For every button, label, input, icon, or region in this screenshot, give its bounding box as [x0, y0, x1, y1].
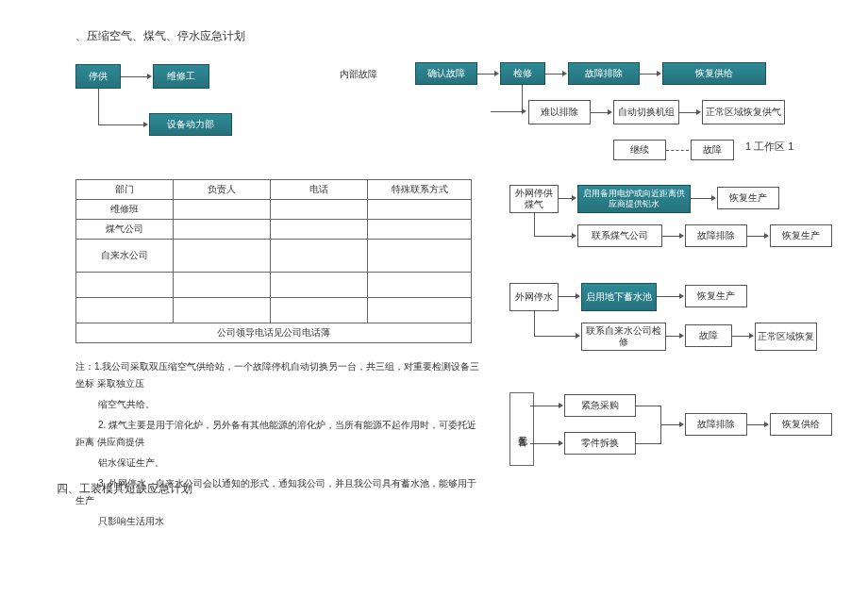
box-confirm-fault: 确认故障: [415, 62, 477, 85]
box-supply-stop: 停供: [75, 64, 121, 89]
box-fault: 故障: [691, 140, 734, 160]
conn: [530, 406, 559, 406]
conn: [534, 311, 535, 336]
conn: [98, 89, 99, 124]
contact-table: 部门 负责人 电话 特殊联系方式 维修班 煤气公司 自来水公司 公司领导电话见公…: [75, 179, 472, 343]
table-row: 自来水公司: [76, 240, 472, 273]
table-row: 部门 负责人 电话 特殊联系方式: [76, 180, 472, 200]
conn-dash: [666, 150, 689, 152]
notes-block: 注：1.我公司采取双压缩空气供给站，一个故障停机自动切换另一台，共三组，对重要检…: [75, 358, 481, 534]
conn: [636, 443, 660, 444]
conn: [522, 85, 523, 111]
th-phone: 电话: [271, 180, 368, 200]
arrow-icon: [711, 195, 716, 201]
conn: [545, 74, 562, 75]
arrow-icon: [679, 293, 684, 299]
conn: [121, 76, 147, 77]
box-emergency-buy: 紧急采购: [564, 394, 636, 417]
note-2b: 铝水保证生产。: [75, 455, 481, 472]
note-3b: 只影响生活用水: [75, 513, 481, 530]
box-restore-supply: 恢复供给: [662, 62, 766, 85]
conn: [747, 424, 764, 425]
conn: [636, 406, 660, 406]
table-row: 公司领导电话见公司电话薄: [76, 323, 472, 343]
table-row: [76, 298, 472, 323]
th-special: 特殊联系方式: [368, 180, 472, 200]
conn: [691, 198, 711, 199]
conn: [491, 111, 522, 112]
box-no-spare: 暂无备: [509, 392, 534, 466]
arrow-icon: [147, 74, 152, 79]
conn: [666, 336, 679, 337]
th-dept: 部门: [76, 180, 174, 200]
arrow-icon: [572, 195, 576, 201]
box-contact-water: 联系自来水公司检修: [581, 323, 666, 351]
box-contact-gas: 联系煤气公司: [577, 224, 662, 247]
label-internal-fault: 内部故障: [340, 68, 387, 81]
box-normal-restore: 正常区域恢复供气: [702, 100, 785, 124]
conn: [591, 112, 608, 113]
box-auto-switch: 自动切换机组: [613, 100, 679, 124]
note-1: 注：1.我公司采取双压缩空气供给站，一个故障停机自动切换另一台，共三组，对重要检…: [75, 358, 481, 392]
section4-title: 四、工装模具短缺应急计划: [57, 481, 192, 497]
arrow-icon: [749, 333, 754, 339]
conn: [530, 443, 559, 444]
conn: [98, 124, 143, 125]
arrow-icon: [143, 122, 148, 127]
conn: [747, 236, 764, 237]
box-ext-gas: 外网停供煤气: [509, 185, 559, 213]
table-row: [76, 273, 472, 298]
box-spare-fault-remove: 故障排除: [685, 413, 747, 436]
arrow-icon: [608, 109, 612, 115]
conn: [559, 198, 572, 199]
th-leader: 负责人: [174, 180, 271, 200]
conn: [660, 424, 679, 425]
arrow-icon: [572, 233, 576, 239]
label-gbz: 1 工作区 1: [745, 140, 793, 154]
table-row: 维修班: [76, 200, 472, 220]
arrow-icon: [562, 71, 567, 76]
conn: [679, 112, 696, 113]
arrow-icon: [576, 333, 580, 339]
cell-footnote: 公司领导电话见公司电话薄: [76, 323, 472, 343]
cell: 煤气公司: [76, 220, 174, 240]
box-water-normal-restore: 正常区域恢复: [755, 323, 817, 351]
conn: [640, 74, 657, 75]
arrow-icon: [576, 293, 580, 299]
box-backup-furnace: 启用备用电炉或向近距离供应商提供铝水: [577, 185, 691, 213]
box-hard-remove: 难以排除: [528, 100, 591, 124]
conn: [732, 336, 749, 337]
box-pool: 启用地下蓄水池: [581, 283, 657, 311]
arrow-icon: [764, 233, 769, 239]
conn: [559, 296, 576, 297]
box-restore-prod2: 恢复生产: [770, 224, 832, 247]
conn: [534, 236, 572, 237]
page-root: 、压缩空气、煤气、停水应急计划 停供 维修工 设备动力部 内部故障 确认故障 检…: [0, 0, 868, 613]
arrow-icon: [679, 333, 684, 339]
box-repair: 检修: [500, 62, 545, 85]
conn: [662, 236, 679, 237]
cell: [76, 298, 174, 323]
table-row: 煤气公司: [76, 220, 472, 240]
box-continue: 继续: [613, 140, 666, 160]
arrow-icon: [559, 403, 563, 408]
box-water-fault: 故障: [685, 324, 732, 347]
box-restore-prod: 恢复生产: [717, 187, 779, 209]
arrow-icon: [494, 71, 499, 76]
conn: [534, 336, 576, 337]
arrow-icon: [679, 233, 684, 239]
box-maintenance: 维修工: [153, 64, 209, 89]
arrow-icon: [559, 440, 563, 446]
main-title: 、压缩空气、煤气、停水应急计划: [75, 28, 245, 44]
cell: 维修班: [76, 200, 174, 220]
box-water-restore: 恢复生产: [685, 285, 747, 307]
conn: [477, 74, 494, 75]
box-part-remove: 零件拆换: [564, 432, 636, 455]
box-spare-restore: 恢复供给: [770, 413, 832, 436]
arrow-icon: [696, 109, 701, 115]
arrow-icon: [764, 422, 769, 427]
conn: [657, 296, 679, 297]
arrow-icon: [679, 422, 684, 427]
box-ext-water: 外网停水: [509, 283, 559, 311]
cell: 自来水公司: [76, 240, 174, 273]
